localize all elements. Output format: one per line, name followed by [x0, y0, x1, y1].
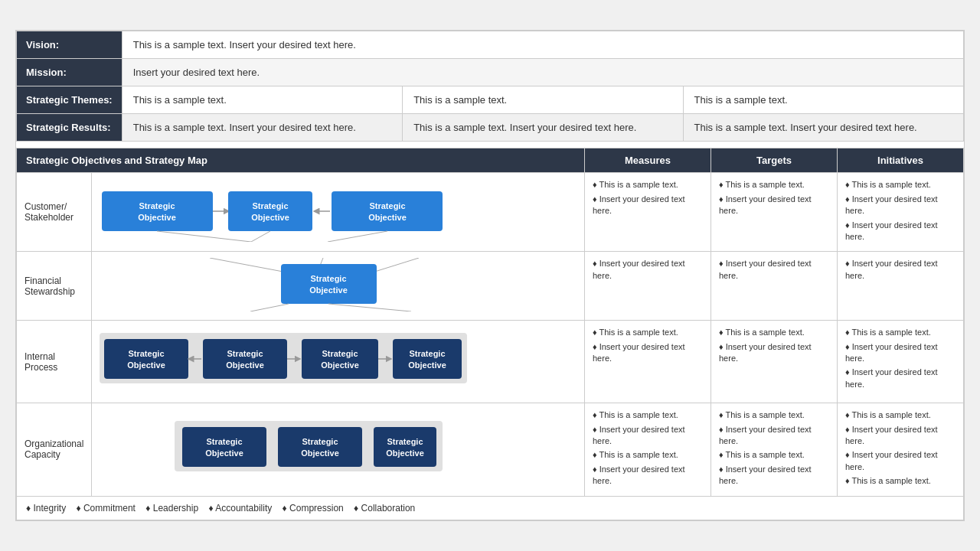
int-diagram: Strategic Objective Strategic Objective …: [98, 327, 473, 394]
svg-rect-31: [302, 339, 378, 379]
targets-header: Targets: [711, 148, 838, 173]
oc-initiative-3: Insert your desired text here.: [845, 449, 956, 473]
svg-text:Strategic: Strategic: [302, 437, 338, 446]
fin-initiatives: Insert your desired text here.: [838, 252, 964, 321]
themes-label: Strategic Themes:: [17, 86, 122, 114]
svg-text:Strategic: Strategic: [129, 349, 165, 358]
svg-text:Strategic: Strategic: [310, 274, 346, 283]
svg-text:Objective: Objective: [227, 360, 265, 370]
int-map: Strategic Objective Strategic Objective …: [92, 321, 585, 403]
oc-measures: This is a sample text. Insert your desir…: [585, 403, 711, 496]
int-targets: This is a sample text. Insert your desir…: [711, 321, 838, 403]
svg-text:Strategic: Strategic: [387, 437, 423, 446]
oc-target-2: Insert your desired text here.: [719, 424, 829, 448]
svg-rect-0: [102, 191, 213, 231]
svg-rect-39: [182, 427, 266, 467]
svg-line-20: [250, 304, 289, 311]
values-row: ♦ Integrity ♦ Commitment ♦ Leadership ♦ …: [17, 496, 964, 520]
svg-text:Strategic: Strategic: [253, 201, 289, 210]
cs-measure-2: Insert your desired text here.: [593, 194, 703, 217]
svg-rect-23: [104, 339, 188, 379]
oc-initiative-1: This is a sample text.: [845, 409, 956, 421]
svg-text:Objective: Objective: [309, 285, 348, 295]
oc-measure-2: Insert your desired text here.: [593, 424, 703, 448]
svg-rect-8: [332, 191, 443, 231]
cs-measures: This is a sample text. Insert your desir…: [585, 173, 711, 252]
oc-initiative-4: This is a sample text.: [845, 475, 956, 487]
svg-text:Objective: Objective: [128, 360, 166, 370]
oc-measure-3: This is a sample text.: [593, 449, 703, 461]
cs-target-2: Insert your desired text here.: [719, 194, 829, 217]
result-1: This is a sample text. Insert your desir…: [122, 114, 402, 142]
vision-text: This is a sample text. Insert your desir…: [122, 31, 963, 59]
customer-stakeholder-row: Customer/Stakeholder Strategic Objective…: [17, 173, 964, 252]
theme-1: This is a sample text.: [122, 86, 402, 114]
svg-text:Objective: Objective: [409, 360, 447, 370]
oc-map: Strategic Objective Strategic Objective …: [92, 403, 585, 496]
cs-initiative-2: Insert your desired text here.: [845, 194, 956, 217]
fin-diagram: Strategic Objective: [151, 258, 526, 311]
int-target-2: Insert your desired text here.: [719, 341, 829, 365]
oc-initiatives: This is a sample text. Insert your desir…: [838, 403, 964, 496]
svg-rect-27: [203, 339, 287, 379]
svg-text:Objective: Objective: [302, 448, 340, 458]
svg-text:Strategic: Strategic: [207, 437, 243, 446]
oc-initiative-2: Insert your desired text here.: [845, 424, 956, 448]
cs-diagram: Strategic Objective Strategic Objective …: [98, 181, 473, 242]
bottom-header: Strategic Objectives and Strategy Map Me…: [17, 148, 964, 173]
int-measures: This is a sample text. Insert your desir…: [585, 321, 711, 403]
theme-3: This is a sample text.: [683, 86, 963, 114]
svg-rect-42: [278, 427, 362, 467]
vision-label: Vision:: [17, 31, 122, 59]
int-initiative-1: This is a sample text.: [845, 327, 956, 338]
svg-rect-17: [281, 264, 377, 304]
int-measure-2: Insert your desired text here.: [593, 341, 703, 365]
vision-row: Vision: This is a sample text. Insert yo…: [17, 31, 964, 59]
values-cell: ♦ Integrity ♦ Commitment ♦ Leadership ♦ …: [17, 496, 964, 520]
cs-target-1: This is a sample text.: [719, 179, 829, 191]
cs-initiative-1: This is a sample text.: [845, 179, 956, 191]
oc-measure-4: Insert your desired text here.: [593, 464, 703, 487]
mission-text: Insert your desired text here.: [122, 59, 963, 86]
cs-label: Customer/Stakeholder: [17, 173, 92, 252]
svg-text:Objective: Objective: [322, 360, 360, 370]
fin-map: Strategic Objective: [92, 252, 585, 321]
svg-line-13: [328, 231, 387, 242]
int-label: InternalProcess: [17, 321, 92, 403]
svg-line-21: [328, 304, 411, 311]
svg-text:Objective: Objective: [369, 213, 407, 222]
svg-text:Strategic: Strategic: [227, 349, 263, 358]
int-target-1: This is a sample text.: [719, 327, 829, 338]
oc-targets: This is a sample text. Insert your desir…: [711, 403, 838, 496]
int-initiatives: This is a sample text. Insert your desir…: [838, 321, 964, 403]
svg-text:Strategic: Strategic: [370, 201, 406, 210]
fin-measures: Insert your desired text here.: [585, 252, 711, 321]
fin-label: FinancialStewardship: [17, 252, 92, 321]
svg-text:Strategic: Strategic: [322, 349, 358, 358]
cs-measure-1: This is a sample text.: [593, 179, 703, 191]
oc-measure-1: This is a sample text.: [593, 409, 703, 421]
fin-target-1: Insert your desired text here.: [719, 258, 829, 282]
internal-process-row: InternalProcess: [17, 321, 964, 403]
svg-text:Objective: Objective: [252, 213, 290, 222]
svg-rect-4: [228, 191, 312, 231]
themes-row: Strategic Themes: This is a sample text.…: [17, 86, 964, 114]
mission-row: Mission: Insert your desired text here.: [17, 59, 964, 86]
oc-target-4: Insert your desired text here.: [719, 464, 829, 487]
fin-targets: Insert your desired text here.: [711, 252, 838, 321]
values-text: ♦ Integrity ♦ Commitment ♦ Leadership ♦ …: [26, 503, 415, 514]
int-measure-1: This is a sample text.: [593, 327, 703, 338]
cs-map: Strategic Objective Strategic Objective …: [92, 173, 585, 252]
svg-line-12: [251, 231, 270, 242]
result-2: This is a sample text. Insert your desir…: [403, 114, 683, 142]
mission-label: Mission:: [17, 59, 122, 86]
svg-line-11: [157, 231, 251, 242]
org-capacity-row: OrganizationalCapacity Strategic Objecti…: [17, 403, 964, 496]
result-3: This is a sample text. Insert your desir…: [683, 114, 963, 142]
cs-initiative-3: Insert your desired text here.: [845, 220, 956, 243]
fin-initiative-1: Insert your desired text here.: [845, 258, 956, 282]
measures-header: Measures: [585, 148, 711, 173]
svg-text:Objective: Objective: [387, 448, 425, 458]
svg-text:Strategic: Strategic: [410, 349, 446, 358]
svg-text:Strategic: Strategic: [139, 201, 175, 210]
